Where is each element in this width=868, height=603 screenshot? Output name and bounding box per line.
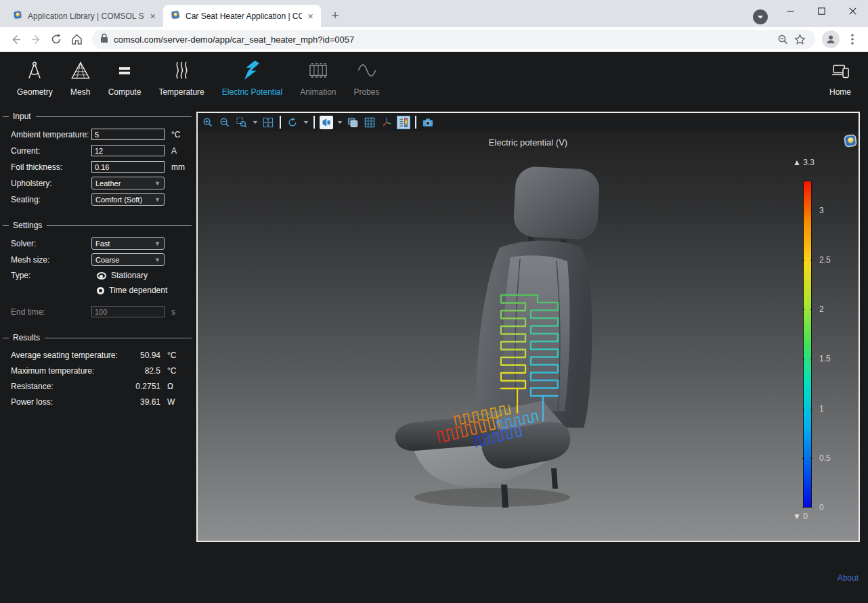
result-row-power-loss: Power loss:39.61W [11,395,178,409]
home-icon[interactable] [66,29,87,49]
field-unit: A [171,146,177,156]
ribbon-button-electric-potential[interactable]: Electric Potential [213,52,291,105]
lock-icon[interactable] [100,33,108,46]
section-title: Settings [13,221,42,230]
star-icon[interactable] [791,29,808,49]
zoom-indicator-icon[interactable] [775,29,791,49]
window-controls [775,0,868,22]
field-row: Upholstery:Leather▼ [11,175,190,191]
browser-tab-car-seat-heater[interactable]: Car Seat Heater Application | CO × [163,5,321,27]
tab-strip: Application Library | COMSOL Se × Car Se… [0,0,868,27]
profile-avatar-icon[interactable] [822,30,840,48]
colorbar-tick-mark [802,260,804,261]
rotate-icon[interactable] [286,116,299,129]
address-bar[interactable]: comsol.com/server-demo/app/car_seat_heat… [92,30,815,49]
section-rule [47,225,192,226]
back-icon[interactable] [5,29,26,49]
plot-title: Electric potential (V) [198,137,859,148]
radio-option-time-dependent[interactable]: Time dependent [97,283,196,298]
foil-thickness-input[interactable] [91,161,165,173]
ambient-temperature-input[interactable] [91,129,165,140]
zoom-in-icon[interactable] [201,116,215,129]
dropdown-icon[interactable] [303,116,309,129]
ribbon-button-label: Compute [108,87,142,97]
ribbon-button-label: Temperature [158,87,204,97]
sine-wave-icon [357,60,377,83]
comsol-favicon-icon [170,9,181,22]
dropdown-icon[interactable] [337,116,343,129]
seating-dropdown[interactable]: Comfort (Soft)▼ [91,193,165,206]
axes-icon[interactable] [380,116,393,129]
transparency-icon[interactable] [346,116,360,129]
close-icon[interactable] [837,0,868,22]
ribbon-button-geometry[interactable]: Geometry [8,52,62,105]
tab-close-icon[interactable]: × [147,10,158,22]
ribbon-button-mesh[interactable]: Mesh [62,52,100,105]
field-label: Solver: [11,239,91,248]
radio-label: Stationary [111,271,148,280]
field-row: Mesh size:Coarse▼ [11,252,190,267]
colorbar-tick-label: 2.5 [819,255,831,265]
grid-icon[interactable] [363,116,376,129]
new-tab-button[interactable]: + [326,7,344,24]
field-row: Seating:Comfort (Soft)▼ [11,192,190,207]
url-text[interactable]: comsol.com/server-demo/app/car_seat_heat… [114,35,775,45]
ribbon-button-animation[interactable]: Animation [291,52,345,105]
ribbon-button-home[interactable]: Home [821,52,860,105]
current-input[interactable] [91,145,165,156]
equals-icon [114,60,135,83]
media-controls-icon[interactable] [753,9,768,24]
field-label: Foil thickness: [11,162,91,172]
result-value: 50.94 [118,351,160,360]
field-label: Ambient temperature: [11,130,91,139]
camera-icon[interactable] [421,116,435,129]
solver-dropdown[interactable]: Fast▼ [91,237,165,250]
upholstery-dropdown[interactable]: Leather▼ [91,177,165,189]
colorbar-tick-mark [810,458,812,459]
zoom-box-icon[interactable] [235,116,248,129]
result-value: 0.2751 [118,382,160,391]
graphics-canvas[interactable]: Electric potential (V) [198,131,859,541]
dropdown-value: Comfort (Soft) [95,196,142,204]
comsol-app: GeometryMeshComputeTemperatureElectric P… [0,52,868,603]
colorbar-tick-label: 0 [819,503,824,512]
about-link[interactable]: About [838,573,859,583]
radio-selected-icon[interactable] [97,272,106,280]
tab-close-icon[interactable]: × [305,10,316,22]
maximize-icon[interactable] [806,0,837,22]
colorbar-tick-label: 1 [819,404,824,414]
parameter-sidebar: InputAmbient temperature:°CCurrent:AFoil… [0,105,196,603]
ribbon-button-compute[interactable]: Compute [100,52,150,105]
field-row: Ambient temperature:°C [11,127,190,142]
graphics-toolbar [198,113,859,131]
end-time-input [91,306,165,317]
colorbar-tick-label: 3 [819,206,824,215]
browser-tab-application-library[interactable]: Application Library | COMSOL Se × [5,5,163,27]
forward-icon[interactable] [26,29,46,49]
minimize-icon[interactable] [775,0,806,22]
toolbar-separator [313,116,315,129]
colorbar-tick-mark [802,409,804,409]
color-legend-icon[interactable] [397,116,410,129]
colorbar-tick-label: 1.5 [819,354,831,363]
radio-option-stationary[interactable]: Stationary [97,268,196,283]
field-label: Mesh size: [11,255,91,265]
colorbar-tick-mark [810,260,812,261]
dropdown-icon[interactable] [252,116,258,129]
mesh-size-dropdown[interactable]: Coarse▼ [91,253,165,266]
reload-icon[interactable] [46,29,66,49]
film-strip-icon [308,60,328,83]
menu-dots-icon[interactable] [842,29,863,49]
radio-label: Time dependent [109,286,167,295]
ribbon-button-temperature[interactable]: Temperature [150,52,213,105]
toolbar-separator [415,116,416,129]
zoom-out-icon[interactable] [218,116,232,129]
radio-unselected-icon[interactable] [97,287,104,294]
field-row: Solver:Fast▼ [11,236,190,251]
ribbon-button-probes[interactable]: Probes [345,52,389,105]
result-label: Power loss: [11,397,118,407]
zoom-extents-icon[interactable] [261,116,275,129]
compass-icon [24,60,45,83]
car-seat-3d-model[interactable] [381,156,678,535]
scene-light-icon[interactable] [320,116,333,129]
